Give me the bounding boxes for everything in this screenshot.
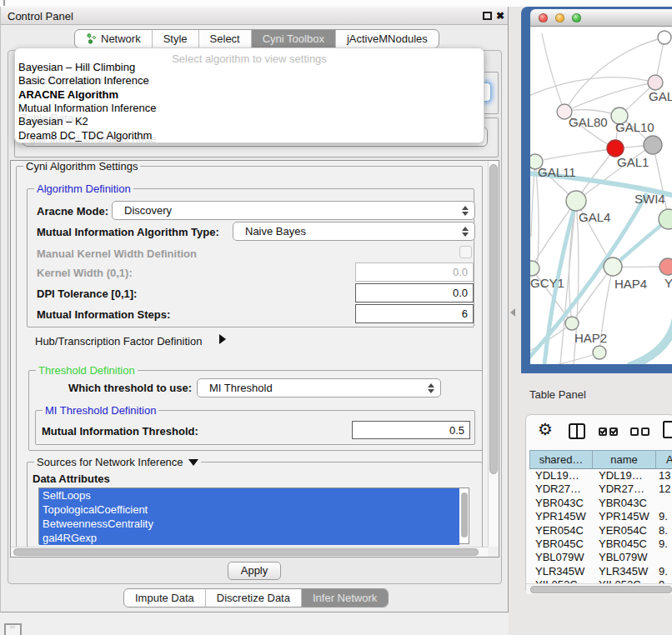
table-scrollbar-thumb[interactable]	[530, 586, 672, 593]
mi-steps-field[interactable]: 6	[355, 304, 474, 323]
attribute-item[interactable]: BetweennessCentrality	[39, 517, 459, 531]
close-traffic-light[interactable]	[539, 13, 548, 22]
network-view-window: GAL7GAL80GAL10GAL1GAL11GAL4SWI4GCY1HAP4Y…	[521, 7, 672, 373]
graph-node[interactable]	[604, 258, 622, 276]
graph-node-label: GAL1	[617, 155, 649, 169]
table-row[interactable]: YLR345WYLR345W9.	[529, 565, 672, 578]
collapsed-panel-icon[interactable]	[4, 623, 22, 635]
minimize-traffic-light[interactable]	[555, 13, 564, 22]
network-window-titlebar[interactable]	[530, 9, 672, 27]
deselect-all-icon[interactable]	[641, 428, 649, 436]
tab-infer-network[interactable]: Infer Network	[301, 589, 388, 607]
deselect-all-icon[interactable]	[630, 428, 639, 436]
attribute-item[interactable]: gal4RGexp	[39, 531, 459, 545]
graph-edge[interactable]	[532, 352, 599, 364]
horizontal-scrollbar-thumb[interactable]	[13, 548, 479, 556]
table-cell: YDR27…	[529, 482, 593, 496]
attribute-item[interactable]: TopologicalCoefficient	[39, 502, 459, 517]
algorithm-item[interactable]: ARACNE Algorithm	[18, 88, 118, 102]
dpi-tolerance-field[interactable]: 0.0	[355, 283, 474, 302]
algorithm-definition-title: Algorithm Definition	[34, 182, 133, 195]
tab-network[interactable]: Network	[75, 30, 152, 48]
mi-type-combobox[interactable]: Naive Bayes	[233, 222, 475, 241]
float-window-icon[interactable]	[483, 12, 492, 20]
collapse-arrow-icon[interactable]	[188, 459, 198, 466]
vertical-scrollbar[interactable]	[488, 161, 499, 548]
network-canvas[interactable]: GAL7GAL80GAL10GAL1GAL11GAL4SWI4GCY1HAP4Y…	[530, 27, 672, 364]
desktop: Control Panel ✖ NetworkStyleSelectCyni T…	[0, 0, 672, 635]
graph-edge-highlighted[interactable]	[629, 318, 672, 364]
expand-arrow-icon[interactable]	[219, 334, 226, 344]
table-cell: YPR145W	[593, 510, 656, 523]
graph-edge[interactable]	[530, 78, 655, 97]
table-row[interactable]: YBR043CYBR043C	[529, 497, 672, 510]
zoom-traffic-light[interactable]	[572, 13, 581, 22]
algorithm-item[interactable]: Bayesian – Hill Climbing	[18, 61, 135, 74]
panel-divider-arrow-icon[interactable]	[510, 308, 515, 317]
graph-edge[interactable]	[653, 145, 669, 219]
table-cell: YLR345W	[529, 565, 593, 578]
graph-node[interactable]	[593, 346, 606, 359]
tab-jactivemnodules[interactable]: jActiveMNodules	[335, 30, 439, 48]
graph-node[interactable]	[530, 261, 539, 276]
graph-node[interactable]	[658, 31, 671, 44]
algorithm-item[interactable]: Dream8 DC_TDC Algorithm	[18, 129, 152, 142]
tab-label: jActiveMNodules	[347, 32, 428, 45]
graph-node[interactable]	[648, 75, 663, 90]
list-scrollbar-thumb[interactable]	[461, 492, 468, 538]
graph-node-label: GAL11	[538, 165, 576, 179]
graph-node[interactable]	[566, 191, 586, 211]
algorithm-item[interactable]: Bayesian – K2	[18, 115, 88, 128]
table-row[interactable]: YBR045CYBR045C9.	[529, 538, 672, 551]
algorithm-item[interactable]: Mutual Information Inference	[18, 102, 156, 115]
graph-edge[interactable]	[564, 82, 655, 112]
tab-cyni-toolbox[interactable]: Cyni Toolbox	[251, 30, 335, 48]
data-attributes-list[interactable]: SelfLoopsTopologicalCoefficientBetweenne…	[38, 488, 469, 544]
mi-steps-label: Mutual Information Steps:	[37, 308, 170, 321]
table-row[interactable]: YDL19…YDL19…13	[529, 469, 672, 482]
vertical-scrollbar-thumb[interactable]	[489, 164, 498, 474]
network-icon	[86, 33, 97, 44]
graph-node[interactable]	[607, 140, 624, 157]
report-icon[interactable]	[663, 421, 672, 438]
table-row[interactable]: YDR27…YDR27…12	[529, 482, 672, 496]
table-row[interactable]: YER054CYER054C8.	[529, 524, 672, 538]
cyni-bottom-tabs: Impute DataDiscretize DataInfer Network	[123, 588, 389, 608]
select-all-icon[interactable]	[609, 428, 618, 436]
graph-node-label: GAL80	[569, 115, 608, 129]
graph-node-label: HAP4	[614, 277, 647, 291]
table-panel-title: Table Panel	[529, 388, 586, 401]
graph-node[interactable]	[644, 136, 662, 154]
hub-definition-label[interactable]: Hub/Transcription Factor Definition	[35, 335, 202, 348]
table-horizontal-scrollbar[interactable]	[526, 583, 672, 594]
algorithm-item[interactable]: Basic Correlation Inference	[18, 74, 149, 88]
gear-icon[interactable]: ⚙	[538, 419, 553, 439]
tab-discretize-data[interactable]: Discretize Data	[205, 589, 301, 607]
apply-button[interactable]: Apply	[228, 562, 281, 580]
tab-style[interactable]: Style	[152, 30, 198, 48]
columns-icon[interactable]	[569, 423, 585, 439]
graph-edge[interactable]	[535, 148, 615, 162]
aracne-mode-combobox[interactable]: Discovery	[112, 201, 475, 220]
column-header-shared…[interactable]: shared…	[529, 450, 593, 469]
close-icon[interactable]: ✖	[496, 10, 504, 22]
horizontal-scrollbar[interactable]	[11, 547, 489, 557]
select-all-icon[interactable]	[599, 428, 607, 436]
tab-label: Cyni Toolbox	[263, 32, 324, 45]
graph-edge[interactable]	[542, 33, 564, 112]
graph-node[interactable]	[659, 258, 672, 275]
tab-impute-data[interactable]: Impute Data	[124, 589, 205, 607]
table-row[interactable]: YPR145WYPR145W9.	[529, 510, 672, 523]
column-header-A[interactable]: A	[656, 450, 672, 469]
column-header-name[interactable]: name	[593, 450, 656, 469]
table-cell: YDL19…	[529, 469, 593, 482]
attribute-item[interactable]: SelfLoops	[39, 488, 459, 502]
kernel-width-field[interactable]: 0.0	[355, 262, 474, 282]
table-row[interactable]: YBL079WYBL079W	[529, 551, 672, 564]
mi-threshold-field[interactable]: 0.5	[352, 421, 470, 439]
graph-node[interactable]	[565, 317, 579, 330]
which-threshold-combobox[interactable]: MI Threshold	[197, 378, 441, 398]
tab-select[interactable]: Select	[198, 30, 251, 48]
manual-kernel-checkbox[interactable]	[459, 246, 472, 258]
sources-title-text: Sources for Network Inference	[37, 456, 183, 468]
